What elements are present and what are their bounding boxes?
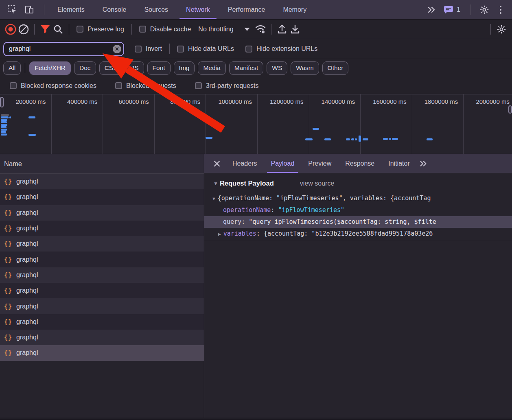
waterfall-bar[interactable] (363, 138, 368, 140)
more-panels-icon[interactable] (425, 3, 438, 16)
tab-console[interactable]: Console (94, 0, 136, 19)
tab-network[interactable]: Network (177, 0, 219, 19)
waterfall-bar[interactable] (346, 138, 350, 140)
collapse-triangle-icon[interactable]: ▼ (213, 181, 218, 186)
request-row[interactable]: {}graphql (0, 267, 204, 283)
details-tab-headers[interactable]: Headers (225, 154, 264, 173)
chip-media[interactable]: Media (198, 61, 225, 75)
waterfall-bar[interactable] (1, 133, 7, 136)
checkbox[interactable] (195, 82, 202, 89)
chip-img[interactable]: Img (174, 61, 195, 75)
import-har-icon[interactable] (276, 23, 289, 36)
kebab-menu-icon[interactable] (494, 3, 507, 16)
request-row[interactable]: {}graphql (0, 314, 204, 330)
issues-counter[interactable]: 1 (441, 5, 463, 14)
waterfall-bar[interactable] (1, 131, 6, 133)
waterfall-bar[interactable] (355, 138, 357, 140)
settings-gear-icon[interactable] (478, 3, 491, 16)
record-network-log-icon[interactable] (4, 23, 17, 36)
chip-manifest[interactable]: Manifest (229, 61, 264, 75)
waterfall-bar[interactable] (1, 116, 9, 118)
payload-tree-row[interactable]: ▶variables: {accountTag: "b12e3b2192ee55… (204, 228, 512, 240)
filter-input[interactable] (3, 42, 124, 56)
chip-font[interactable]: Font (147, 61, 171, 75)
waterfall-bar[interactable] (9, 116, 11, 118)
request-row[interactable]: {}graphql (0, 252, 204, 267)
request-row[interactable]: {}graphql (0, 283, 204, 298)
waterfall-bar[interactable] (1, 114, 9, 116)
view-source-link[interactable]: view source (300, 180, 334, 187)
payload-tree-row[interactable]: ▼{operationName: "ipFlowTimeseries", var… (204, 192, 512, 204)
details-tab-initiator[interactable]: Initiator (381, 154, 416, 173)
hide-data-urls-checkbox[interactable]: Hide data URLs (174, 45, 237, 52)
waterfall-bar[interactable] (206, 137, 212, 139)
close-details-icon[interactable] (210, 157, 224, 171)
chip-all[interactable]: All (3, 61, 21, 75)
more-details-tabs-icon[interactable] (417, 157, 430, 170)
waterfall-bar[interactable] (1, 119, 7, 121)
request-row[interactable]: {}graphql (0, 205, 204, 221)
request-payload-header[interactable]: ▼ Request Payload view source (204, 173, 512, 187)
request-row[interactable]: {}graphql (0, 189, 204, 205)
waterfall-bar[interactable] (351, 138, 354, 140)
collapsed-triangle-icon[interactable]: ▶ (218, 232, 221, 237)
checkbox[interactable] (77, 26, 83, 33)
waterfall-bar[interactable] (1, 124, 7, 126)
throttling-select[interactable]: No throttling (194, 26, 254, 33)
checkbox[interactable] (10, 82, 17, 89)
waterfall-bar[interactable] (383, 138, 388, 140)
timeline-range-handle[interactable] (508, 105, 512, 114)
tab-elements[interactable]: Elements (48, 0, 94, 19)
request-row[interactable]: {}graphql (0, 345, 204, 361)
request-row[interactable]: {}graphql (0, 221, 204, 236)
payload-tree-row[interactable]: operationName: "ipFlowTimeseries" (204, 204, 512, 216)
waterfall-bar[interactable] (1, 121, 7, 123)
waterfall-bar[interactable] (305, 138, 313, 140)
blocked-requests-checkbox[interactable]: Blocked requests (112, 82, 179, 90)
expanded-triangle-icon[interactable]: ▼ (212, 196, 215, 201)
disable-cache-checkbox[interactable]: Disable cache (136, 26, 195, 33)
chip-wasm[interactable]: Wasm (291, 61, 319, 75)
hide-extension-urls-checkbox[interactable]: Hide extension URLs (242, 45, 321, 52)
waterfall-bar[interactable] (1, 126, 7, 128)
clear-filter-icon[interactable]: ✕ (113, 45, 121, 53)
request-row[interactable]: {}graphql (0, 298, 204, 314)
waterfall-bar[interactable] (358, 135, 362, 142)
tab-memory[interactable]: Memory (274, 0, 315, 19)
details-tab-response[interactable]: Response (338, 154, 381, 173)
name-column-header[interactable]: Name (0, 154, 204, 174)
chip-fetch-xhr[interactable]: Fetch/XHR (29, 61, 71, 75)
waterfall-bar[interactable] (427, 138, 433, 140)
checkbox[interactable] (139, 26, 146, 33)
export-har-icon[interactable] (289, 23, 302, 36)
chip-js[interactable]: JS (126, 61, 144, 75)
preserve-log-checkbox[interactable]: Preserve log (73, 26, 127, 33)
chip-css[interactable]: CSS (99, 61, 123, 75)
3rd-party-requests-checkbox[interactable]: 3rd-party requests (192, 82, 262, 90)
chip-ws[interactable]: WS (267, 61, 287, 75)
inspect-element-icon[interactable] (6, 3, 19, 16)
network-settings-gear-icon[interactable] (495, 23, 508, 36)
waterfall-bar[interactable] (392, 138, 398, 140)
details-tab-payload[interactable]: Payload (264, 154, 301, 173)
waterfall-bar[interactable] (389, 138, 391, 140)
checkbox[interactable] (135, 46, 142, 52)
checkbox[interactable] (245, 46, 252, 52)
clear-network-log-icon[interactable] (17, 23, 30, 36)
tab-performance[interactable]: Performance (219, 0, 274, 19)
waterfall-bar[interactable] (28, 116, 35, 118)
details-tab-preview[interactable]: Preview (301, 154, 338, 173)
timeline-range-handle[interactable] (0, 97, 4, 107)
request-row[interactable]: {}graphql (0, 330, 204, 345)
waterfall-bar[interactable] (28, 134, 36, 136)
checkbox[interactable] (177, 46, 184, 52)
payload-tree-row[interactable]: query: "query ipFlowTimeseries($accountT… (204, 216, 512, 228)
tab-sources[interactable]: Sources (135, 0, 177, 19)
request-row[interactable]: {}graphql (0, 236, 204, 252)
network-overview-timeline[interactable]: 200000 ms400000 ms600000 ms800000 ms1000… (0, 94, 512, 154)
search-icon[interactable] (52, 23, 65, 36)
invert-checkbox[interactable]: Invert (131, 45, 165, 52)
blocked-response-cookies-checkbox[interactable]: Blocked response cookies (7, 82, 100, 90)
network-conditions-icon[interactable] (254, 23, 267, 36)
waterfall-bar[interactable] (324, 138, 331, 140)
